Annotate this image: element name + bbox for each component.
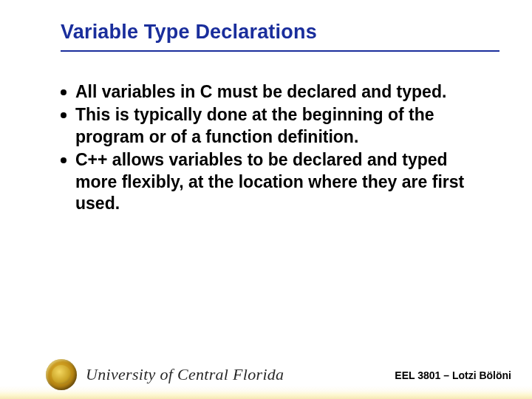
- slide-title: Variable Type Declarations: [61, 21, 502, 44]
- slide-content: All variables in C must be declared and …: [61, 81, 488, 216]
- university-seal-icon: [46, 359, 77, 390]
- slide-footer: University of Central Florida EEL 3801 –…: [0, 349, 532, 399]
- bullet-item: C++ allows variables to be declared and …: [61, 149, 488, 214]
- bullet-item: All variables in C must be declared and …: [61, 81, 488, 103]
- university-name: University of Central Florida: [86, 365, 284, 384]
- bullet-item: This is typically done at the beginning …: [61, 104, 488, 148]
- university-branding: University of Central Florida: [46, 359, 284, 390]
- course-info: EEL 3801 – Lotzi Bölöni: [395, 369, 511, 381]
- slide: Variable Type Declarations All variables…: [0, 0, 532, 399]
- title-divider: [61, 50, 499, 52]
